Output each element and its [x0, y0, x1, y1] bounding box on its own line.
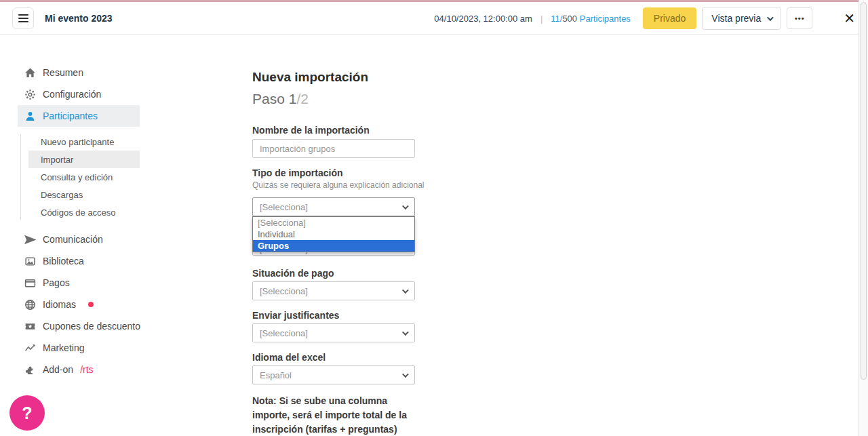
header: Mi evento 2023 04/10/2023, 12:00:00 am |… [0, 2, 868, 35]
step-indicator: Paso 1/2 [252, 91, 309, 107]
scrollbar-thumb[interactable] [861, 2, 867, 380]
preview-button[interactable]: Vista previa [702, 7, 781, 30]
app-window: Mi evento 2023 04/10/2023, 12:00:00 am |… [0, 0, 868, 436]
excel-language-select[interactable]: Español [252, 365, 415, 384]
name-label: Nombre de la importación [252, 125, 370, 136]
participantes-submenu: Nuevo participante Importar Consulta y e… [18, 133, 140, 221]
puzzle-icon [24, 364, 36, 376]
coupon-icon [24, 321, 36, 332]
participants-count-link[interactable]: 11/500 Participantes [551, 14, 631, 24]
chevron-down-icon [402, 287, 409, 294]
gear-icon [24, 89, 36, 100]
excel-language-label: Idioma del excel [252, 352, 326, 363]
type-label: Tipo de importación [252, 167, 343, 178]
separator: | [540, 14, 542, 24]
sidebar-subitem-consulta-edicion[interactable]: Consulta y edición [28, 168, 140, 186]
globe-icon [24, 299, 36, 311]
question-mark-icon: ? [22, 403, 32, 423]
sidebar-subitem-nuevo-participante[interactable]: Nuevo participante [28, 133, 140, 151]
send-receipts-select[interactable]: [Selecciona] [252, 323, 415, 342]
sidebar-item-configuracion[interactable]: Configuración [18, 83, 140, 105]
trend-chart-icon [24, 342, 36, 354]
main-content: Nueva importación Paso 1/2 Nombre de la … [252, 0, 469, 436]
vertical-scrollbar [859, 0, 868, 436]
hamburger-menu-button[interactable] [12, 7, 34, 29]
dropdown-option-grupos[interactable]: Grupos [253, 240, 414, 252]
sidebar-subitem-descargas[interactable]: Descargas [28, 186, 140, 203]
hamburger-icon [18, 14, 28, 16]
import-type-select[interactable]: [Selecciona] [252, 197, 415, 216]
chevron-down-icon [402, 329, 409, 336]
home-icon [24, 67, 36, 79]
sidebar-item-marketing[interactable]: Marketing [18, 337, 140, 359]
receipts-label: Enviar justificantes [252, 310, 339, 321]
more-options-button[interactable]: ••• [787, 7, 812, 29]
person-icon [24, 111, 36, 122]
import-name-input[interactable] [252, 139, 415, 158]
sidebar: Resumen Configuración Participantes Nuev… [18, 62, 140, 380]
help-button[interactable]: ? [9, 395, 45, 431]
header-actions: 04/10/2023, 12:00:00 am | 11/500 Partici… [434, 2, 855, 35]
chevron-down-icon [402, 371, 409, 378]
more-options-icon: ••• [795, 14, 805, 22]
credit-card-icon [24, 277, 36, 289]
dropdown-option-individual[interactable]: Individual [253, 229, 414, 240]
dropdown-option-selecciona[interactable]: [Selecciona] [253, 217, 414, 229]
sidebar-item-cupones[interactable]: Cupones de descuento [18, 315, 140, 337]
sidebar-item-comunicacion[interactable]: Comunicación [18, 229, 140, 250]
sidebar-item-idiomas[interactable]: Idiomas [18, 294, 140, 315]
privacy-badge[interactable]: Privado [643, 7, 696, 29]
addon-suffix: /rts [80, 364, 93, 375]
event-title: Mi evento 2023 [45, 2, 113, 35]
payment-status-select[interactable]: [Selecciona] [252, 281, 415, 300]
sidebar-item-participantes[interactable]: Participantes [18, 105, 140, 127]
chevron-down-icon [767, 14, 774, 21]
page-title: Nueva importación [252, 70, 368, 85]
sidebar-subitem-codigos-acceso[interactable]: Códigos de acceso [28, 203, 140, 221]
sidebar-item-pagos[interactable]: Pagos [18, 272, 140, 294]
image-icon [24, 256, 36, 267]
sidebar-item-biblioteca[interactable]: Biblioteca [18, 250, 140, 272]
sidebar-item-resumen[interactable]: Resumen [18, 62, 140, 83]
import-type-dropdown: [Selecciona] Individual Grupos [252, 216, 415, 252]
notification-dot [88, 302, 94, 307]
close-icon: ✕ [844, 11, 855, 26]
top-accent-bar [0, 0, 868, 2]
send-icon [24, 234, 36, 245]
sidebar-item-addon[interactable]: Add-on/rts [18, 359, 140, 380]
sidebar-subitem-importar[interactable]: Importar [28, 151, 140, 168]
payment-label: Situación de pago [252, 268, 334, 279]
close-button[interactable]: ✕ [844, 12, 855, 25]
event-datetime: 04/10/2023, 12:00:00 am [434, 14, 532, 24]
chevron-down-icon [402, 203, 409, 210]
import-note: Nota: Si se sube una columna importe, se… [252, 394, 427, 436]
type-help-text: Quizás se requiera alguna explicación ad… [252, 180, 425, 190]
